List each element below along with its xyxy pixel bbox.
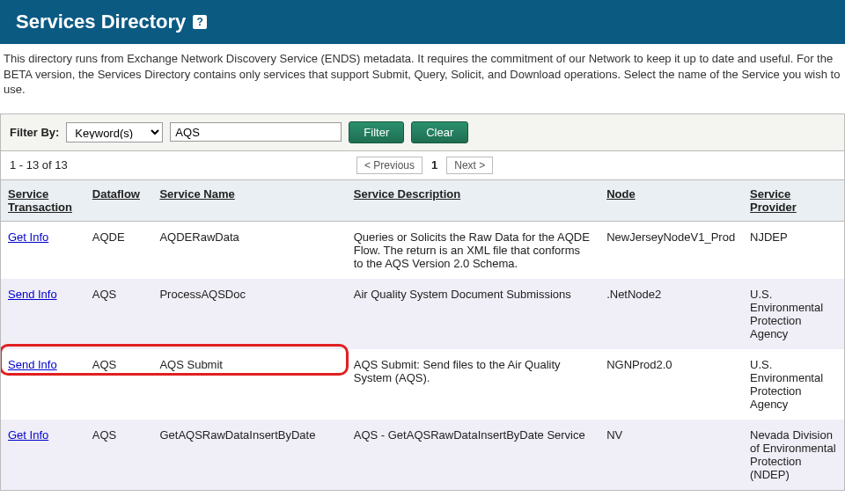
page-header: Services Directory ? [0, 0, 845, 44]
dataflow-cell: AQS [85, 279, 153, 349]
service-description-cell: Queries or Solicits the Raw Data for the… [347, 221, 599, 279]
table-row: Send InfoAQSAQS SubmitAQS Submit: Send f… [1, 349, 844, 420]
node-cell: .NetNode2 [599, 279, 743, 349]
intro-text: This directory runs from Exchange Networ… [0, 44, 845, 113]
node-cell: NGNProd2.0 [599, 349, 743, 420]
results-count: 1 - 13 of 13 [10, 158, 356, 172]
service-provider-cell: U.S. Environmental Protection Agency [743, 349, 844, 420]
pager-next[interactable]: Next > [446, 157, 493, 174]
col-service-name[interactable]: Service Name [152, 180, 346, 222]
node-cell: NV [599, 420, 743, 490]
results-bar: 1 - 13 of 13 < Previous 1 Next > [1, 151, 844, 180]
col-service-provider[interactable]: Service Provider [743, 180, 844, 222]
service-provider-cell: U.S. Environmental Protection Agency [743, 279, 844, 349]
service-name-cell: ProcessAQSDoc [152, 279, 346, 349]
col-service-description[interactable]: Service Description [347, 180, 599, 222]
dataflow-cell: AQS [85, 420, 153, 490]
service-name-cell: AQS Submit [152, 349, 346, 420]
pager-prev[interactable]: < Previous [356, 157, 422, 174]
dataflow-cell: AQDE [85, 221, 153, 279]
pager-page: 1 [426, 157, 443, 173]
service-description-cell: Air Quality System Document Submissions [347, 279, 599, 349]
page-title: Services Directory [16, 11, 186, 33]
table-row: Send InfoAQSProcessAQSDocAir Quality Sys… [1, 279, 844, 349]
filter-bar: Filter By: Keyword(s) Filter Clear [1, 114, 844, 151]
clear-button[interactable]: Clear [411, 121, 468, 143]
table-header-row: Service Transaction Dataflow Service Nam… [1, 180, 844, 222]
filter-keyword-input[interactable] [170, 122, 342, 142]
filter-type-select[interactable]: Keyword(s) [66, 122, 163, 142]
service-description-cell: AQS - GetAQSRawDataInsertByDate Service [347, 420, 599, 490]
node-cell: NewJerseyNodeV1_Prod [599, 221, 743, 279]
dataflow-cell: AQS [85, 349, 153, 420]
results-panel: Filter By: Keyword(s) Filter Clear 1 - 1… [0, 113, 845, 491]
service-description-cell: AQS Submit: Send files to the Air Qualit… [347, 349, 599, 420]
service-provider-cell: NJDEP [743, 221, 844, 279]
service-transaction-link[interactable]: Get Info [8, 428, 48, 442]
service-provider-cell: Nevada Division of Environmental Protect… [743, 420, 844, 490]
filter-button[interactable]: Filter [349, 121, 404, 143]
service-transaction-link[interactable]: Get Info [8, 230, 48, 244]
service-transaction-link[interactable]: Send Info [8, 288, 57, 301]
table-scroll[interactable]: Service Transaction Dataflow Service Nam… [1, 180, 844, 490]
filter-label: Filter By: [10, 126, 59, 139]
pager: < Previous 1 Next > [356, 157, 493, 174]
table-row: Get InfoAQDEAQDERawDataQueries or Solici… [1, 221, 844, 279]
col-node[interactable]: Node [599, 180, 743, 222]
service-transaction-link[interactable]: Send Info [8, 358, 57, 371]
help-icon[interactable]: ? [193, 15, 207, 29]
services-table: Service Transaction Dataflow Service Nam… [1, 180, 844, 490]
service-name-cell: GetAQSRawDataInsertByDate [152, 420, 346, 490]
col-service-transaction[interactable]: Service Transaction [1, 180, 85, 222]
table-row: Get InfoAQSGetAQSRawDataInsertByDateAQS … [1, 420, 844, 490]
col-dataflow[interactable]: Dataflow [85, 180, 153, 222]
service-name-cell: AQDERawData [152, 221, 346, 279]
